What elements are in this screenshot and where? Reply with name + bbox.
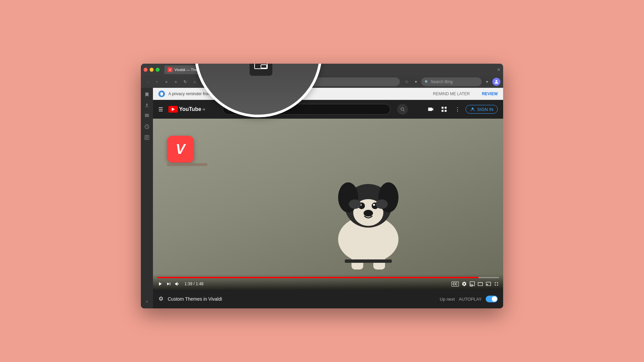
svg-rect-2 xyxy=(145,115,149,116)
user-avatar[interactable] xyxy=(492,78,500,86)
youtube-camera-icon[interactable] xyxy=(425,104,436,115)
svg-point-22 xyxy=(364,210,373,217)
youtube-logo: YouTube IS xyxy=(168,106,205,113)
svg-point-6 xyxy=(401,108,404,110)
fast-forward-button[interactable]: » xyxy=(172,78,180,86)
address-bar[interactable]: 🔒 www.youtube.com xyxy=(201,77,400,86)
sidebar-add-icon[interactable]: + xyxy=(143,298,151,306)
video-container[interactable]: V xyxy=(153,119,503,290)
tabs-area: V Vivaldi — The browser tha... ✕ ▶ Why..… xyxy=(164,65,495,74)
search-text: Search Bing xyxy=(431,79,452,84)
youtube-more-icon[interactable]: ⋮ xyxy=(452,104,463,115)
video-settings-icon[interactable] xyxy=(158,296,164,302)
tab-title: Vivaldi — The browser tha... xyxy=(174,68,221,72)
controls-right: CC xyxy=(451,281,499,287)
youtube-logo-icon xyxy=(168,106,178,113)
youtube-play-triangle xyxy=(172,108,175,111)
vivaldi-v-letter: V xyxy=(176,141,185,157)
autoplay-label: AUTOPLAY xyxy=(459,297,482,302)
bookmark-dropdown-icon[interactable]: ▾ xyxy=(412,78,420,86)
window-close-icon[interactable]: ✕ xyxy=(497,67,500,72)
tab2-title: Why... xyxy=(235,68,246,72)
privacy-shield-icon xyxy=(158,90,165,97)
rewind-button[interactable]: « xyxy=(162,78,170,86)
subtitles-button[interactable]: CC xyxy=(451,282,459,287)
youtube-icons-right: ⋮ SIGN IN xyxy=(425,104,498,115)
youtube-menu-icon[interactable]: ☰ xyxy=(158,106,163,113)
page-body: A privacy reminder from YouTube REMIND M… xyxy=(153,88,503,308)
title-bar: V Vivaldi — The browser tha... ✕ ▶ Why..… xyxy=(141,64,503,76)
forward-button[interactable]: › xyxy=(153,78,161,86)
search-icon: 🔍 xyxy=(425,80,429,84)
svg-rect-10 xyxy=(441,110,443,112)
svg-rect-1 xyxy=(145,114,149,115)
youtube-search-input[interactable] xyxy=(228,107,385,112)
bookmark-icon[interactable]: ☆ xyxy=(402,78,411,86)
vivaldi-logo-box: V xyxy=(167,136,194,163)
svg-point-24 xyxy=(376,199,388,209)
time-display: 1:39 / 1:48 xyxy=(184,282,204,286)
sign-in-label: SIGN IN xyxy=(477,107,493,112)
back-button[interactable]: ‹ xyxy=(144,78,152,86)
tab-vivaldi[interactable]: V Vivaldi — The browser tha... ✕ xyxy=(164,65,225,74)
svg-point-12 xyxy=(472,108,473,109)
progress-fill xyxy=(157,277,479,278)
svg-point-21 xyxy=(373,204,375,206)
dog-figure xyxy=(318,139,419,273)
next-button[interactable] xyxy=(166,281,172,287)
volume-button[interactable] xyxy=(174,281,180,287)
play-button[interactable] xyxy=(157,281,163,287)
browser-body: + A privacy reminder from YouTube REMIND… xyxy=(141,88,503,308)
progress-bar[interactable] xyxy=(157,277,499,278)
sidebar-clock-icon[interactable] xyxy=(143,123,151,131)
svg-point-23 xyxy=(349,199,361,209)
youtube-sign-in-button[interactable]: SIGN IN xyxy=(466,105,498,114)
privacy-banner: A privacy reminder from YouTube REMIND M… xyxy=(153,88,503,100)
maximize-button[interactable] xyxy=(156,68,160,72)
up-next-label: Up next xyxy=(440,297,455,302)
video-title: Custom Themes in Vivaldi xyxy=(168,296,222,302)
svg-point-0 xyxy=(495,80,497,82)
remind-later-button[interactable]: REMIND ME LATER xyxy=(433,92,470,96)
theater-button[interactable] xyxy=(478,281,483,287)
svg-line-7 xyxy=(403,110,404,111)
vivaldi-shelf: V xyxy=(167,136,207,166)
tab-close-icon[interactable]: ✕ xyxy=(223,68,225,72)
youtube-bottom-bar: Custom Themes in Vivaldi Up next AUTOPLA… xyxy=(153,290,503,308)
miniplayer-button[interactable] xyxy=(470,281,475,287)
svg-rect-30 xyxy=(478,283,482,286)
controls-row: 1:39 / 1:48 CC xyxy=(157,281,499,287)
sidebar-history-icon[interactable] xyxy=(143,112,151,120)
minimize-button[interactable] xyxy=(150,68,154,72)
youtube-apps-icon[interactable] xyxy=(439,104,449,115)
youtube-search-bar[interactable] xyxy=(223,104,390,115)
autoplay-toggle[interactable] xyxy=(486,296,498,302)
autoplay-knob xyxy=(492,296,497,302)
sidebar: + xyxy=(141,88,153,308)
nav-bar: ‹ › « » ↻ ⌂ 🔒 www.youtube.com ☆ ▾ 🔍 Sear… xyxy=(141,76,503,88)
search-bar[interactable]: 🔍 Search Bing xyxy=(421,77,482,86)
fullscreen-button[interactable] xyxy=(494,281,499,287)
address-lock-icon: 🔒 xyxy=(205,80,209,84)
privacy-text: A privacy reminder from YouTube xyxy=(168,92,430,96)
youtube-header: ☰ YouTube IS xyxy=(153,100,503,119)
sidebar-notes-icon[interactable] xyxy=(143,133,151,141)
address-text: www.youtube.com xyxy=(211,79,243,84)
sidebar-download-icon[interactable] xyxy=(143,101,151,109)
tab-why[interactable]: ▶ Why... xyxy=(225,65,249,74)
sidebar-bookmarks-icon[interactable] xyxy=(143,90,151,99)
svg-rect-11 xyxy=(444,110,446,112)
review-button[interactable]: REVIEW xyxy=(482,92,498,96)
traffic-lights xyxy=(144,68,160,72)
shelf-board xyxy=(167,163,207,166)
youtube-search-button[interactable] xyxy=(397,104,408,115)
svg-rect-3 xyxy=(145,116,149,117)
search-dropdown-icon[interactable]: ▾ xyxy=(483,78,491,86)
home-button[interactable]: ⌂ xyxy=(191,78,199,86)
cast-button[interactable] xyxy=(486,281,491,287)
svg-rect-8 xyxy=(441,107,443,109)
youtube-logo-sup: IS xyxy=(203,108,205,111)
reload-button[interactable]: ↻ xyxy=(181,78,189,86)
close-button[interactable] xyxy=(144,68,148,72)
settings-button[interactable] xyxy=(462,281,467,287)
